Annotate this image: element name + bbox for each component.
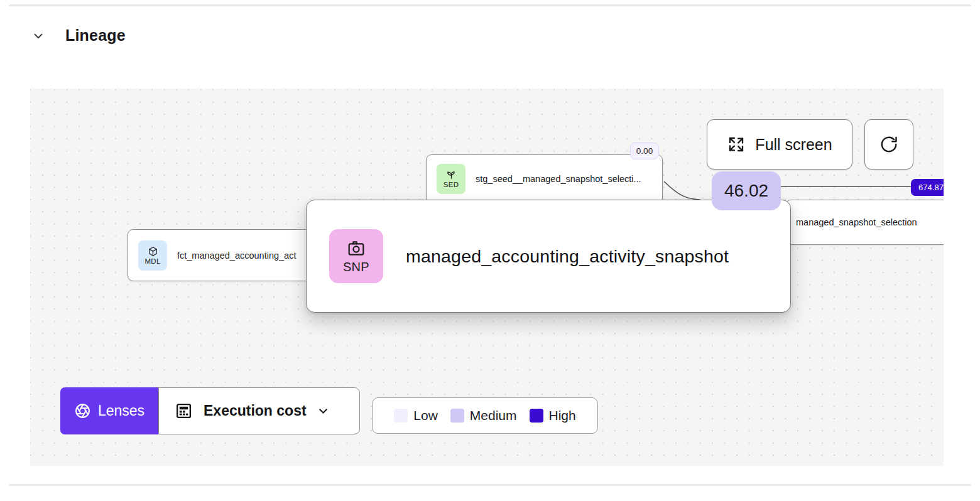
node-name: managed_snapshot_selection — [796, 217, 917, 227]
node-type-label: SED — [444, 181, 459, 188]
expand-arrows-icon — [727, 135, 746, 154]
cost-legend: Low Medium High — [372, 397, 598, 434]
sprout-icon — [446, 170, 457, 180]
legend-swatch-high — [530, 409, 543, 423]
legend-label: High — [549, 408, 576, 423]
selected-lens-label: Execution cost — [204, 402, 307, 419]
seed-type-badge: SED — [437, 164, 466, 194]
model-type-badge: MDL — [138, 240, 167, 271]
calculator-icon — [174, 401, 193, 421]
lens-type-dropdown[interactable]: Execution cost — [158, 387, 360, 434]
legend-swatch-low — [394, 409, 408, 423]
bottom-divider — [9, 484, 971, 486]
legend-swatch-medium — [450, 409, 464, 423]
lenses-label: Lenses — [98, 402, 144, 419]
aperture-icon — [74, 402, 91, 419]
chevron-down-icon — [31, 29, 45, 43]
node-name: fct_managed_accounting_act — [177, 251, 296, 261]
lineage-section-header: Lineage — [30, 26, 126, 45]
legend-label: Low — [413, 408, 438, 423]
cost-badge-high: 674.87 — [911, 179, 944, 196]
node-snapshot-focused[interactable]: SNP managed_accounting_activity_snapshot — [306, 200, 791, 313]
collapse-section-button[interactable] — [30, 28, 46, 44]
lenses-button[interactable]: Lenses — [60, 387, 158, 434]
lineage-canvas[interactable]: SED stg_seed__managed_snapshot_selecti..… — [30, 89, 944, 466]
full-screen-label: Full screen — [755, 136, 832, 154]
node-type-label: SNP — [343, 260, 369, 274]
node-type-label: MDL — [144, 257, 160, 265]
cost-badge-medium: 46.02 — [712, 171, 781, 210]
legend-item-high: High — [530, 408, 576, 423]
top-divider — [9, 4, 971, 6]
chevron-down-icon — [317, 404, 330, 418]
canvas-toolbar: Full screen — [707, 119, 913, 170]
lenses-control: Lenses Execution cost — [60, 387, 360, 434]
full-screen-button[interactable]: Full screen — [707, 119, 852, 170]
legend-item-medium: Medium — [450, 408, 517, 423]
snapshot-type-badge: SNP — [329, 229, 383, 283]
node-name: stg_seed__managed_snapshot_selecti... — [476, 174, 641, 184]
cost-badge-low: 0.00 — [630, 143, 659, 159]
node-selection[interactable]: managed_snapshot_selection — [785, 200, 944, 245]
node-seed[interactable]: SED stg_seed__managed_snapshot_selecti..… — [426, 154, 663, 203]
legend-label: Medium — [470, 408, 517, 423]
camera-icon — [346, 238, 366, 258]
rotate-clockwise-icon — [879, 135, 898, 154]
page-title: Lineage — [65, 26, 126, 45]
legend-item-low: Low — [394, 408, 438, 423]
refresh-button[interactable] — [864, 119, 913, 170]
node-name: managed_accounting_activity_snapshot — [406, 246, 729, 267]
cube-icon — [148, 246, 158, 257]
